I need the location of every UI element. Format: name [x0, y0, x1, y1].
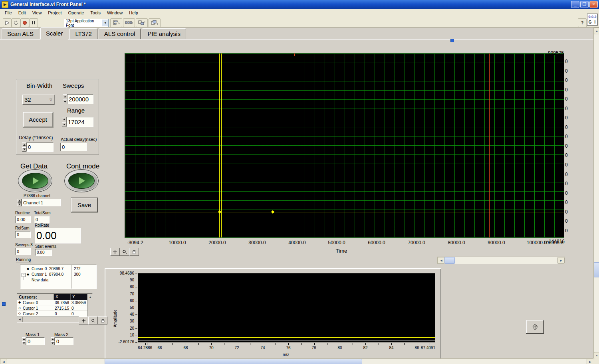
scroll-left-button[interactable]: ◀ [17, 317, 23, 322]
table-vertical-scrollbar[interactable] [87, 300, 93, 317]
font-selector[interactable]: 13pt Application Font ▼ [64, 19, 109, 27]
align-objects-button[interactable] [110, 18, 122, 27]
mass1-field[interactable]: 0 [26, 337, 45, 345]
abort-button[interactable] [20, 18, 29, 27]
splitter-handle[interactable] [450, 39, 454, 42]
scroll-left-button[interactable]: ◀ [438, 257, 445, 264]
time-chart-scrollbar[interactable]: ◀ ▶ [437, 257, 565, 264]
table-header-x[interactable]: X [54, 294, 71, 300]
scroll-left-button[interactable]: ◀ [0, 359, 7, 364]
channel-field[interactable]: Channel 1 [22, 199, 61, 206]
cont-mode-button[interactable] [64, 169, 99, 192]
mass2-spinner[interactable] [51, 337, 55, 345]
menu-item[interactable]: Tools [87, 9, 104, 16]
zoom-tool-button[interactable] [88, 317, 98, 324]
table-row[interactable]: ◆ Cursor 0 36.7858 3.35859 [17, 300, 87, 305]
scroll-down-button[interactable]: ▼ [594, 352, 599, 359]
zoom-tool-button[interactable] [120, 248, 129, 256]
splitter-handle[interactable] [2, 302, 6, 306]
increment-button[interactable] [62, 117, 66, 122]
increment-button[interactable] [51, 337, 55, 341]
scrollbar-thumb[interactable] [594, 262, 599, 277]
menu-item[interactable]: Window [104, 9, 126, 16]
increment-button[interactable] [22, 142, 26, 147]
menu-item[interactable]: View [29, 9, 45, 16]
pan-direction-button[interactable] [526, 320, 544, 334]
decrement-button[interactable] [22, 341, 26, 345]
pause-button[interactable] [29, 18, 38, 27]
increment-button[interactable] [18, 199, 22, 203]
delay-field[interactable]: 0 [26, 142, 54, 152]
delay-spinner[interactable] [22, 142, 26, 152]
distribute-objects-button[interactable] [123, 18, 135, 27]
cell-cursor-name: Cursor 2 [23, 312, 38, 316]
cursor-marker[interactable] [271, 210, 274, 214]
tab-als-control[interactable]: ALS control [99, 28, 141, 39]
scrollbar-thumb[interactable] [444, 257, 455, 264]
reorder-button[interactable] [149, 18, 161, 27]
range-field[interactable]: 17024 [66, 117, 93, 127]
tab-scaler[interactable]: Scaler [40, 27, 69, 40]
legend-row[interactable]: New data [20, 278, 96, 283]
scrollbar-thumb[interactable] [105, 359, 362, 364]
increment-button[interactable] [63, 94, 67, 99]
decrement-button[interactable] [51, 341, 55, 345]
decrement-button[interactable] [63, 99, 67, 105]
y-tick-label: 30 [130, 319, 134, 323]
table-header-y[interactable]: Y [71, 294, 87, 300]
menu-item[interactable]: Project [45, 9, 65, 16]
sweeps-field[interactable]: 200000 [67, 94, 93, 104]
window-horizontal-scrollbar[interactable]: ◀ ▶ [0, 358, 593, 364]
accept-button[interactable]: Accept [23, 112, 53, 127]
crosshair-tool-button[interactable] [110, 248, 120, 256]
tab-pie-analysis[interactable]: PIE analysis [142, 28, 186, 39]
time-chart-plot[interactable] [125, 53, 564, 238]
decrement-button[interactable] [18, 203, 22, 207]
tab-lt372[interactable]: LT372 [69, 28, 97, 39]
scroll-right-button[interactable]: ▶ [557, 257, 565, 264]
window-vertical-scrollbar[interactable]: ▲ ▼ [593, 28, 599, 358]
cursor-1-line[interactable] [489, 53, 490, 237]
maximize-button[interactable]: ❐ [580, 1, 589, 8]
help-button[interactable]: ? [578, 18, 587, 27]
menu-item[interactable]: Help [126, 9, 141, 16]
mass2-field[interactable]: 0 [55, 337, 73, 345]
scroll-up-button[interactable]: ▲ [87, 294, 93, 300]
decrement-button[interactable] [22, 147, 26, 152]
cursor-0-marker[interactable] [218, 210, 221, 214]
close-button[interactable]: × [589, 1, 598, 8]
pan-tool-button[interactable] [129, 248, 139, 256]
scroll-up-button[interactable]: ▲ [594, 28, 599, 34]
run-button[interactable] [3, 18, 12, 27]
legend-row[interactable]: − ◆ Cursor 1 87904.0 300 [20, 272, 96, 278]
bin-width-ring[interactable]: 32 ▽ [22, 95, 54, 105]
save-button[interactable]: Save [71, 198, 98, 212]
mass1-spinner[interactable] [22, 337, 26, 345]
table-row[interactable]: ◇ Cursor 1 2715.15 0 [17, 305, 87, 311]
increment-button[interactable] [22, 337, 26, 341]
tab-scan-als[interactable]: Scan ALS [2, 28, 39, 39]
start-events-value: 0.00 [37, 250, 44, 255]
white-cursor-line[interactable] [273, 53, 273, 237]
menu-item[interactable]: File [2, 9, 15, 16]
legend-row[interactable]: ◆ Cursor 0 20899.7 272 [20, 267, 96, 272]
vi-icon[interactable]: 9.0.2 G I [587, 14, 598, 26]
table-row[interactable]: ◇ Cursor 2 0 0 [17, 311, 87, 317]
cursor-0-line-b[interactable] [221, 53, 222, 237]
run-continuous-button[interactable] [12, 18, 20, 27]
menu-item[interactable]: Operate [65, 9, 87, 16]
decrement-button[interactable] [62, 122, 66, 127]
get-data-button[interactable] [18, 169, 52, 192]
minimize-button[interactable]: _ [571, 1, 579, 8]
pan-tool-button[interactable] [98, 317, 107, 324]
mz-chart-plot[interactable] [138, 273, 435, 342]
resize-objects-button[interactable] [136, 18, 148, 27]
channel-spinner[interactable] [18, 199, 22, 206]
sweeps-spinner[interactable] [63, 94, 67, 104]
range-spinner[interactable] [62, 117, 66, 127]
scroll-right-button[interactable]: ▶ [587, 359, 594, 364]
crosshair-tool-button[interactable] [79, 317, 88, 324]
crosshair-icon [113, 249, 117, 254]
menu-item[interactable]: Edit [15, 9, 29, 16]
header-label: Cursors: [19, 295, 37, 299]
